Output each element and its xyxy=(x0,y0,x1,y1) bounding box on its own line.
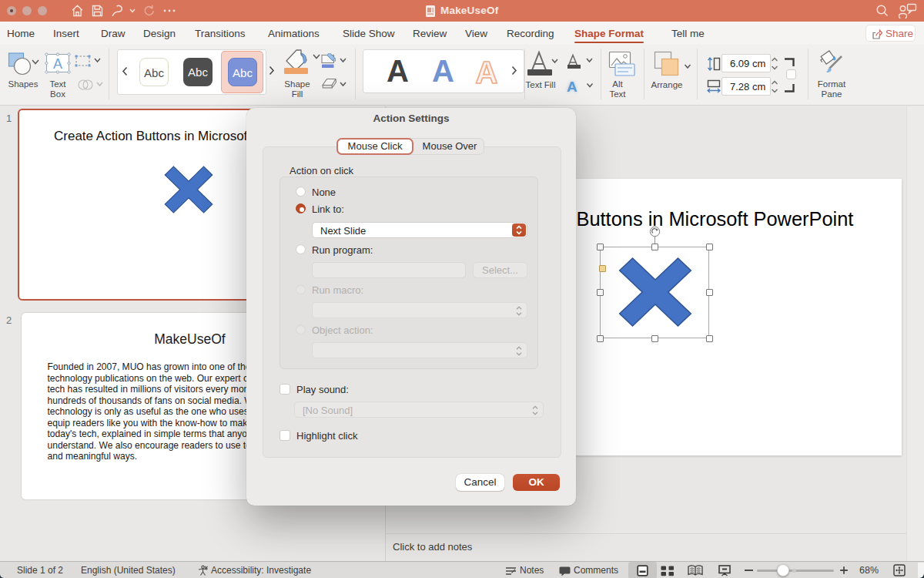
svg-text:A: A xyxy=(476,55,498,89)
svg-text:A: A xyxy=(53,56,62,72)
